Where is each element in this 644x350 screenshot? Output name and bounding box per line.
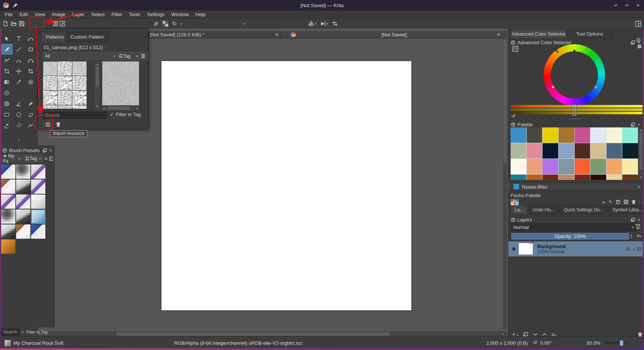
palette-swatch[interactable] (575, 159, 590, 174)
close-docker-icon[interactable]: × (637, 122, 640, 127)
pattern-thumbnail[interactable] (72, 61, 87, 76)
tool-reference-images[interactable] (25, 98, 37, 109)
add-swatch-icon[interactable]: + (602, 199, 605, 205)
document-canvas[interactable] (161, 61, 411, 310)
scroll-up-icon[interactable]: ▴ (95, 62, 100, 66)
tool-edit-shapes[interactable] (25, 33, 37, 44)
close-docker-icon[interactable]: × (637, 217, 640, 223)
wrap-around-mode-button[interactable] (332, 19, 338, 28)
menu-filter[interactable]: Filter (108, 10, 126, 18)
tool-transform[interactable] (1, 66, 13, 76)
reload-preset-button[interactable]: ↻ (172, 19, 177, 28)
float-docker-icon[interactable] (43, 148, 47, 153)
docker-tab[interactable]: Undo His... (528, 205, 559, 214)
palette-chooser-drag-handle[interactable] (508, 182, 510, 191)
opacity-caret[interactable]: ▾ (244, 19, 245, 28)
preserve-alpha-button[interactable] (163, 19, 168, 28)
pattern-thumbnail[interactable] (72, 105, 87, 109)
tool-crop[interactable] (25, 66, 37, 76)
tool-assistants[interactable] (1, 87, 13, 98)
canvas-horizontal-scrollbar[interactable]: ◂ ▸ (38, 331, 507, 337)
color-slider-group[interactable] (511, 105, 643, 115)
tab-advanced-color-selector[interactable]: Advanced Color Selector (511, 29, 567, 39)
pattern-thumbnail[interactable] (43, 105, 57, 109)
pattern-thumbnail[interactable] (43, 61, 57, 76)
pattern-search-input[interactable]: Search (43, 112, 107, 119)
scroll-down-icon[interactable]: ▾ (95, 104, 100, 108)
saturation-value-triangle[interactable] (544, 44, 605, 106)
palette-swatch[interactable] (559, 143, 574, 159)
docker-tab[interactable]: La... (511, 205, 527, 214)
brush-preset[interactable] (1, 239, 15, 254)
edit-palette-icon[interactable]: ✎ (609, 199, 613, 205)
current-brush-icon[interactable] (4, 340, 11, 346)
mirror-horizontal-caret[interactable]: ▾ (315, 19, 317, 28)
scroll-right-icon[interactable]: ▸ (503, 332, 505, 336)
layer-opacity-slider[interactable]: Opacity: 100% (511, 232, 630, 240)
tab-custom-pattern[interactable]: Custom Pattern (66, 32, 109, 42)
hue-slider[interactable] (511, 105, 643, 108)
palette-swatch[interactable] (607, 175, 622, 180)
menu-settings[interactable]: Settings (143, 10, 168, 18)
hue-ring[interactable] (544, 44, 605, 106)
tool-smart-patch[interactable] (1, 98, 13, 109)
palette-swatch[interactable] (559, 175, 574, 180)
acs-settings-icon[interactable] (512, 46, 518, 52)
palette-swatch[interactable] (527, 127, 542, 143)
toolbox-collapse-handle[interactable]: ▾······ (0, 137, 38, 145)
float-docker-icon[interactable] (631, 218, 635, 222)
menu-help[interactable]: Help (192, 10, 209, 18)
palette-swatch[interactable] (590, 143, 606, 159)
brush-preset[interactable] (16, 165, 30, 179)
tool-similar-color-selection[interactable] (1, 120, 13, 131)
palette-swatch[interactable] (511, 127, 526, 143)
choose-workspace-button[interactable] (635, 19, 641, 28)
palette-swatch[interactable] (590, 175, 606, 180)
palette-view-grid-icon[interactable] (624, 200, 628, 204)
menu-edit[interactable]: Edit (16, 10, 31, 18)
pattern-thumbnail[interactable] (58, 91, 72, 105)
tool-color-picker[interactable] (13, 76, 25, 87)
docker-menu-icon[interactable] (511, 217, 515, 222)
mirror-vertical-button[interactable] (320, 19, 326, 28)
new-document-button[interactable] (2, 19, 8, 28)
brush-filter-in-tag-checkbox[interactable]: ✓ (21, 329, 25, 335)
detail-view-icon[interactable] (52, 19, 58, 28)
window-close-button[interactable]: × (634, 1, 642, 9)
palette-swatch[interactable] (542, 127, 558, 143)
tool-gradient[interactable] (1, 76, 13, 87)
palette-swatch[interactable] (559, 159, 574, 174)
pattern-preview-hscrollbar[interactable]: ◂ ▸ (102, 106, 139, 111)
palette-swatch[interactable] (542, 175, 558, 180)
tool-line[interactable] (13, 44, 25, 55)
brush-preset[interactable] (31, 179, 45, 194)
brush-preset-detail-icon[interactable] (49, 156, 53, 161)
zoom-slider[interactable] (605, 342, 625, 344)
palette-swatch[interactable] (511, 175, 526, 180)
palette-swatch[interactable] (575, 127, 590, 143)
brush-search-input[interactable]: Search (1, 329, 19, 336)
tool-magnetic-selection[interactable] (25, 120, 37, 131)
layer-opacity-spinner[interactable]: ▴▾ (631, 232, 632, 239)
palette-swatch[interactable] (622, 175, 638, 180)
palette-swatch[interactable] (575, 175, 590, 180)
brush-preset[interactable] (31, 194, 45, 209)
tab-tool-options[interactable]: Tool Options (567, 29, 613, 39)
layer-alpha-lock-icon[interactable]: α (633, 247, 635, 251)
pattern-thumbnail[interactable] (72, 76, 87, 90)
brush-preset[interactable] (1, 179, 15, 194)
eraser-mode-button[interactable] (153, 19, 159, 28)
palette-chooser-combo[interactable]: Nyaaa-Blau ▾ (511, 182, 643, 191)
tool-freehand-selection[interactable] (13, 120, 25, 131)
delete-swatch-icon[interactable] (632, 200, 636, 204)
pattern-filter-combo[interactable]: All▾ (43, 52, 117, 60)
color-history-icon[interactable]: ↺ (511, 113, 515, 119)
palette-swatch[interactable] (527, 159, 542, 174)
brush-display-mode-icon[interactable]: ≡ (44, 156, 47, 162)
pattern-thumbnail[interactable] (58, 61, 72, 76)
palette-swatch[interactable] (542, 159, 558, 174)
tool-move[interactable] (13, 66, 25, 76)
last-color-patch[interactable] (637, 44, 642, 49)
docker-tab[interactable]: Quick Settings Do... (560, 205, 608, 214)
value-slider[interactable] (511, 112, 643, 114)
